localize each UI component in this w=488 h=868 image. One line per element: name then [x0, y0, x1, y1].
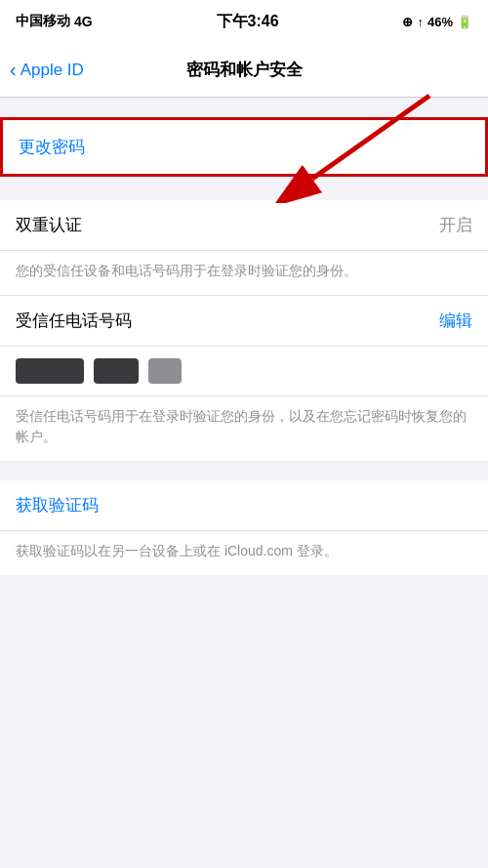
get-verification-code-link[interactable]: 获取验证码 [0, 480, 488, 531]
trusted-phone-label: 受信任电话号码 [16, 310, 132, 332]
verification-section: 获取验证码 获取验证码以在另一台设备上或在 iCloud.com 登录。 [0, 480, 488, 575]
change-password-section: 更改密码 [0, 117, 488, 177]
battery-label: 46% [427, 15, 453, 29]
two-factor-section: 双重认证 开启 您的受信任设备和电话号码用于在登录时验证您的身份。 受信任电话号… [0, 200, 488, 461]
battery-icon: 🔋 [457, 15, 472, 29]
network-type: 4G [74, 14, 93, 29]
back-button[interactable]: ‹ Apple ID [10, 61, 84, 80]
change-password-label[interactable]: 更改密码 [19, 138, 85, 156]
status-bar: 中国移动 4G 下午3:46 ⊕ ↑ 46% 🔋 [0, 0, 488, 43]
status-left: 中国移动 4G [16, 13, 93, 30]
trusted-phone-row: 受信任电话号码 编辑 [0, 296, 488, 347]
phone-numbers-row [0, 347, 488, 396]
phone-description: 受信任电话号码用于在登录时验证您的身份，以及在您忘记密码时恢复您的帐户。 [0, 396, 488, 461]
chevron-left-icon: ‹ [10, 60, 17, 79]
two-factor-description: 您的受信任设备和电话号码用于在登录时验证您的身份。 [0, 251, 488, 296]
trusted-phone-edit-button[interactable]: 编辑 [439, 310, 472, 332]
change-password-item[interactable]: 更改密码 [3, 120, 485, 174]
status-time: 下午3:46 [217, 12, 279, 32]
two-factor-status: 开启 [439, 214, 472, 236]
signal-icon: ↑ [417, 15, 424, 29]
page-title: 密码和帐户安全 [186, 59, 303, 81]
verification-description: 获取验证码以在另一台设备上或在 iCloud.com 登录。 [0, 531, 488, 575]
phone-chip-1 [16, 358, 84, 384]
phone-chip-3 [148, 358, 182, 384]
two-factor-header: 双重认证 开启 [0, 200, 488, 251]
carrier-label: 中国移动 [16, 13, 70, 30]
status-right: ⊕ ↑ 46% 🔋 [402, 15, 472, 29]
content-area: 更改密码 双重认证 开启 您的受信任设备和电话号码用于在登录时验证您的身份。 受… [0, 98, 488, 595]
phone-chip-2 [94, 358, 139, 384]
nav-bar: ‹ Apple ID 密码和帐户安全 [0, 43, 488, 98]
back-label[interactable]: Apple ID [20, 61, 84, 80]
location-icon: ⊕ [402, 15, 413, 29]
two-factor-title: 双重认证 [16, 214, 82, 236]
